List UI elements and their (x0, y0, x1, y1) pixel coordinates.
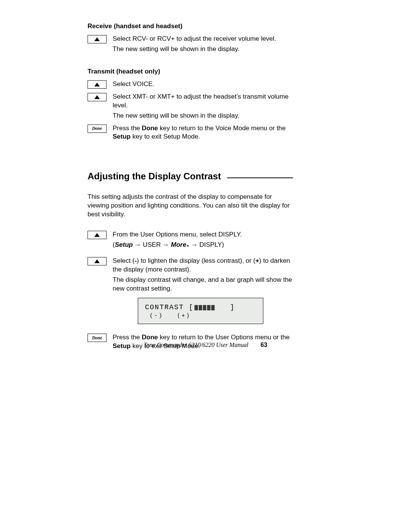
t: More (171, 241, 186, 248)
text-line: (Setup → USER → More ▸ → DISPLY) (113, 241, 293, 249)
softkey-up-icon (88, 35, 107, 43)
page-number: 63 (261, 342, 268, 348)
page-footer: Tone Commander 6210/6220 User Manual 63 (0, 341, 411, 349)
section-title: Adjusting the Display Contrast (88, 170, 221, 182)
t: Setup (115, 241, 133, 248)
t: Select ( (113, 257, 135, 264)
manual-page: Receive (handset and headset) Select RCV… (0, 0, 411, 532)
section-title-row: Adjusting the Display Contrast (88, 170, 293, 182)
step-row: Select RCV- or RCV+ to adjust the receiv… (88, 35, 293, 55)
svg-marker-3 (94, 233, 100, 237)
step-text: Select (-) to lighten the display (less … (113, 257, 293, 331)
t: → USER → (133, 241, 171, 248)
t: Press the (113, 125, 142, 132)
t: Press the (113, 334, 142, 341)
t: Done (142, 125, 158, 132)
text-line: The new setting will be shown in the dis… (113, 112, 293, 120)
lcd-bar-block (211, 305, 215, 310)
softkey-up-icon (88, 257, 107, 265)
done-key-icon: Done (88, 125, 107, 133)
text-line: Select (-) to lighten the display (less … (113, 257, 293, 274)
lcd-display: CONTRAST [ ] (-) (+) (138, 298, 263, 324)
step-row: From the User Options menu, select DISPL… (88, 230, 293, 251)
step-text: Press the Done key to return to the Voic… (113, 124, 293, 143)
lcd-text: ] (215, 303, 235, 312)
text-line: Press the Done key to return to the Voic… (113, 124, 293, 142)
t: key to return to the Voice Mode menu or … (158, 125, 285, 132)
step-row: Select (-) to lighten the display (less … (88, 257, 293, 331)
text-line: The new setting will be shown in the dis… (113, 45, 293, 54)
softkey-up-icon (88, 93, 107, 101)
svg-marker-0 (94, 37, 100, 41)
lcd-bar-block (194, 305, 198, 310)
receive-heading: Receive (handset and headset) (88, 22, 293, 31)
svg-marker-2 (94, 95, 100, 99)
section-rule (227, 177, 293, 178)
text-line: Select RCV- or RCV+ to adjust the receiv… (113, 35, 293, 43)
done-key-label: Done (92, 335, 102, 341)
transmit-heading: Transmit (headset only) (88, 67, 293, 76)
step-text: Select XMT- or XMT+ to adjust the headse… (113, 93, 293, 122)
softkey-up-icon (88, 80, 107, 89)
step-text: Select VOICE. (113, 80, 293, 90)
svg-marker-1 (94, 83, 100, 86)
text-line: The display contrast will change, and a … (113, 276, 293, 293)
lcd-bar-graph (194, 305, 215, 310)
text-line: Select VOICE. (113, 80, 293, 89)
t: key to return to the User Options menu o… (158, 334, 290, 341)
softkey-up-icon (88, 231, 107, 239)
text-line: From the User Options menu, select DISPL… (113, 230, 293, 239)
svg-marker-4 (94, 259, 100, 263)
text-line: Select XMT- or XMT+ to adjust the headse… (113, 93, 293, 110)
lcd-bar-block (199, 305, 202, 310)
lcd-line-1: CONTRAST [ ] (145, 303, 256, 312)
lcd-line-2: (-) (+) (145, 312, 256, 320)
lcd-text: CONTRAST [ (145, 303, 194, 312)
t: → DISPLY) (189, 241, 224, 248)
section-intro: This setting adjusts the contrast of the… (88, 193, 293, 219)
t: + (255, 257, 259, 264)
t: Setup (113, 133, 131, 140)
step-row: Select XMT- or XMT+ to adjust the headse… (88, 93, 293, 122)
t: key to exit Setup Mode. (131, 133, 200, 140)
step-text: Select RCV- or RCV+ to adjust the receiv… (113, 35, 293, 55)
step-row: Done Press the Done key to return to the… (88, 124, 293, 143)
lcd-bar-block (207, 305, 210, 310)
page-content: Receive (handset and headset) Select RCV… (88, 22, 293, 352)
t: ) to lighten the display (less contrast)… (137, 257, 255, 264)
step-text: From the User Options menu, select DISPL… (113, 230, 293, 251)
t: Done (142, 334, 158, 341)
done-key-label: Done (92, 125, 102, 131)
lcd-bar-block (203, 305, 206, 310)
step-row: Select VOICE. (88, 80, 293, 90)
footer-text: Tone Commander 6210/6220 User Manual (144, 342, 249, 348)
